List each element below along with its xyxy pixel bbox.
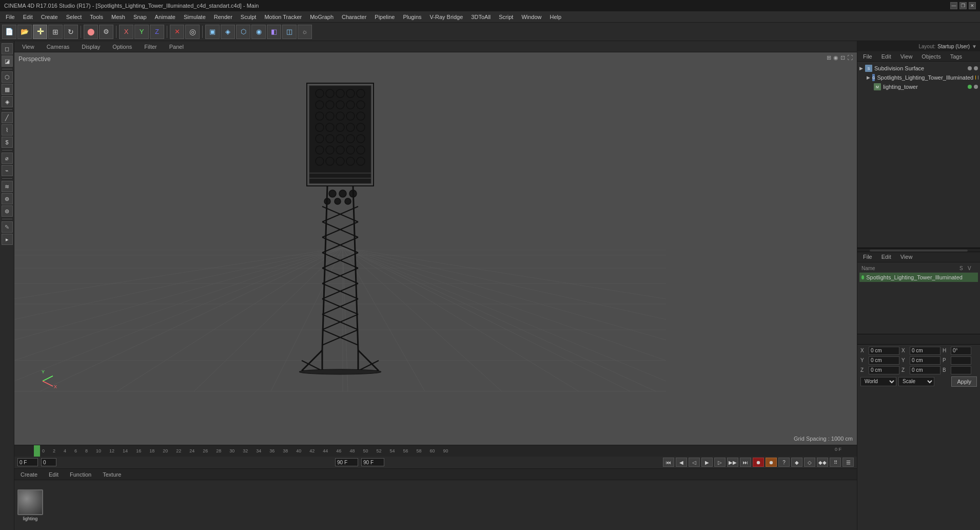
bottom-tab-texture[interactable]: Texture: [99, 470, 125, 479]
rotate-btn[interactable]: ↻: [64, 25, 78, 39]
attr-z-size[interactable]: [910, 366, 940, 374]
left-btn-13[interactable]: ⊚: [2, 205, 13, 217]
tool3[interactable]: ⬡: [236, 25, 250, 39]
minimize-btn[interactable]: —: [950, 2, 957, 9]
tool4[interactable]: ◉: [251, 25, 266, 39]
bottom-tab-function[interactable]: Function: [66, 470, 95, 479]
om-row-subdiv[interactable]: ▶ S Subdivision Surface: [859, 64, 978, 73]
viewport[interactable]: Y X Perspective Grid Spacing : 1000 cm ⊞…: [14, 52, 857, 445]
pb-next-step[interactable]: ▷: [714, 458, 726, 467]
tool6[interactable]: ◫: [282, 25, 297, 39]
tab-cameras[interactable]: Cameras: [41, 42, 75, 51]
attr-h-val[interactable]: [951, 347, 971, 355]
attr-world-select[interactable]: World Object Local: [860, 377, 896, 386]
attr-scale-select[interactable]: Scale Rotate Translate: [898, 377, 934, 386]
tool7[interactable]: ☼: [298, 25, 312, 39]
tab-panel[interactable]: Panel: [164, 42, 189, 51]
vp-icon-4[interactable]: ⛶: [847, 54, 853, 61]
menu-help[interactable]: Help: [546, 13, 565, 21]
attr-p-val[interactable]: [951, 356, 971, 365]
om-tab-file[interactable]: File: [859, 52, 876, 61]
menu-animate[interactable]: Animate: [151, 13, 179, 21]
vp-icon-2[interactable]: ◉: [833, 54, 838, 61]
close-btn[interactable]: ✕: [969, 2, 976, 9]
render-btn[interactable]: ⬤: [84, 25, 98, 39]
frame-range-end[interactable]: [335, 458, 358, 466]
left-btn-1[interactable]: ◻: [2, 43, 13, 54]
menu-create[interactable]: Create: [37, 13, 62, 21]
pb-record[interactable]: ⏺: [753, 458, 764, 467]
pb-prev-step[interactable]: ◁: [689, 458, 700, 467]
menu-mograph[interactable]: MoGraph: [306, 13, 337, 21]
mat-row-spotlights[interactable]: Spotlights_Lighting_Tower_Illuminated: [859, 273, 978, 282]
om-row-spotlights[interactable]: ▶ G Spotlights_Lighting_Tower_Illuminate…: [867, 73, 978, 82]
om-tab-edit[interactable]: Edit: [878, 52, 895, 61]
apply-button[interactable]: Apply: [951, 376, 977, 387]
pb-motion-path[interactable]: ⠿: [830, 458, 841, 467]
tab-display[interactable]: Display: [76, 42, 106, 51]
attr-y-size[interactable]: [910, 356, 940, 365]
pb-next-frame[interactable]: ▶▶: [727, 458, 738, 467]
om-tab-tags[interactable]: Tags: [947, 52, 966, 61]
lower-tab-file[interactable]: File: [859, 253, 876, 261]
om-tab-view[interactable]: View: [897, 52, 916, 61]
om-row-tower[interactable]: M lighting_tower: [874, 82, 978, 91]
menu-edit[interactable]: Edit: [19, 13, 36, 21]
left-btn-10[interactable]: ⌁: [2, 165, 13, 176]
y-axis-btn[interactable]: Y: [134, 25, 149, 39]
menu-select[interactable]: Select: [63, 13, 86, 21]
om-tab-objects[interactable]: Objects: [918, 52, 944, 61]
pb-keyframe3[interactable]: ◆◆: [817, 458, 828, 467]
attr-x-size[interactable]: [910, 347, 940, 355]
bottom-tab-create[interactable]: Create: [16, 470, 42, 479]
lower-tab-edit[interactable]: Edit: [878, 253, 895, 261]
left-btn-9[interactable]: ⌀: [2, 153, 13, 164]
z-axis-btn[interactable]: Z: [150, 25, 164, 39]
tool5[interactable]: ◧: [267, 25, 281, 39]
left-btn-12[interactable]: ⊛: [2, 193, 13, 204]
left-btn-4[interactable]: ▦: [2, 84, 13, 95]
menu-pipeline[interactable]: Pipeline: [371, 13, 398, 21]
menu-file[interactable]: File: [2, 13, 18, 21]
tab-view[interactable]: View: [16, 42, 40, 51]
left-btn-11[interactable]: ≋: [2, 181, 13, 192]
bottom-tab-edit[interactable]: Edit: [45, 470, 63, 479]
maximize-btn[interactable]: ❐: [959, 2, 967, 9]
vp-icon-1[interactable]: ⊞: [827, 54, 831, 61]
new-btn[interactable]: 📄: [2, 25, 16, 39]
lower-tab-view[interactable]: View: [897, 253, 916, 261]
layout-arrow[interactable]: ▼: [972, 44, 977, 49]
left-btn-8[interactable]: $: [2, 137, 13, 148]
scale-btn[interactable]: ⊞: [48, 25, 63, 39]
attr-z-pos[interactable]: [869, 366, 899, 374]
tool1[interactable]: ▣: [205, 25, 220, 39]
pb-record-all[interactable]: ⏺: [766, 458, 777, 467]
panel-scroll-handle[interactable]: [870, 250, 968, 252]
undo-btn[interactable]: ◎: [185, 25, 200, 39]
tool2[interactable]: ◈: [221, 25, 235, 39]
menu-tools[interactable]: Tools: [86, 13, 107, 21]
left-btn-15[interactable]: ▸: [2, 234, 13, 245]
pb-keyframe2[interactable]: ◇: [804, 458, 815, 467]
left-btn-5[interactable]: ◈: [2, 96, 13, 107]
menu-window[interactable]: Window: [518, 13, 545, 21]
menu-character[interactable]: Character: [338, 13, 370, 21]
menu-sculpt[interactable]: Sculpt: [237, 13, 260, 21]
move-btn[interactable]: ✛: [33, 25, 47, 39]
left-btn-6[interactable]: ╱: [2, 112, 13, 123]
pb-keyframe[interactable]: ◆: [791, 458, 802, 467]
menu-plugins[interactable]: Plugins: [399, 13, 425, 21]
menu-simulate[interactable]: Simulate: [180, 13, 209, 21]
pb-info[interactable]: ?: [778, 458, 790, 467]
attr-x-pos[interactable]: [869, 347, 899, 355]
window-controls[interactable]: — ❐ ✕: [950, 2, 976, 9]
tab-options[interactable]: Options: [107, 42, 138, 51]
menu-render[interactable]: Render: [210, 13, 236, 21]
attr-b-val[interactable]: [951, 366, 971, 374]
menu-script[interactable]: Script: [495, 13, 517, 21]
vp-icon-3[interactable]: ⊡: [840, 54, 845, 61]
menu-mesh[interactable]: Mesh: [108, 13, 129, 21]
left-btn-2[interactable]: ◪: [2, 55, 13, 67]
left-btn-7[interactable]: ⌇: [2, 124, 13, 136]
open-btn[interactable]: 📂: [17, 25, 32, 39]
